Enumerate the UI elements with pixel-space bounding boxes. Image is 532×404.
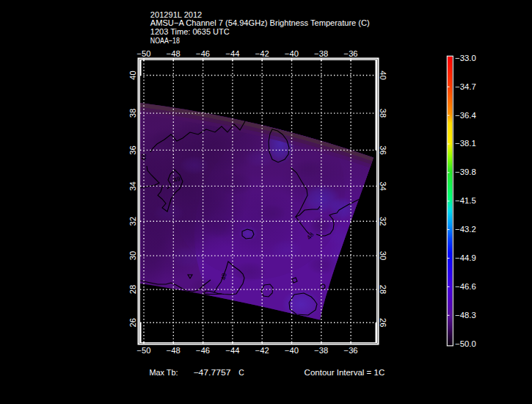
svg-text:26: 26 <box>379 318 387 328</box>
svg-text:36: 36 <box>379 145 387 155</box>
svg-text:−42: −42 <box>255 347 269 355</box>
svg-text:−44.9: −44.9 <box>455 254 476 262</box>
svg-text:28: 28 <box>379 285 387 295</box>
svg-text:−40: −40 <box>285 50 299 58</box>
svg-text:201291L 2012: 201291L 2012 <box>150 10 202 19</box>
svg-text:−47.7757: −47.7757 <box>194 369 231 377</box>
svg-text:−39.8: −39.8 <box>455 168 476 176</box>
svg-text:48: 48 <box>219 273 227 281</box>
svg-text:30: 30 <box>129 250 137 260</box>
svg-text:−38: −38 <box>314 347 328 355</box>
svg-text:32: 32 <box>129 217 137 226</box>
svg-text:−40: −40 <box>285 347 299 355</box>
svg-text:30: 30 <box>379 251 387 261</box>
svg-text:34: 34 <box>379 181 387 191</box>
svg-text:26: 26 <box>129 318 137 328</box>
svg-text:C: C <box>238 369 244 377</box>
svg-text:−41.5: −41.5 <box>455 197 476 205</box>
svg-text:36: 36 <box>129 145 137 155</box>
svg-text:−38.1: −38.1 <box>455 140 476 148</box>
svg-text:−50: −50 <box>137 50 151 58</box>
svg-text:−50.0: −50.0 <box>455 340 476 348</box>
svg-text:−44: −44 <box>225 347 239 355</box>
svg-text:Contour Interval = 1C: Contour Interval = 1C <box>305 369 385 377</box>
svg-text:40: 40 <box>129 71 137 80</box>
svg-text:−33.0: −33.0 <box>455 54 476 62</box>
svg-text:−38: −38 <box>314 50 328 58</box>
svg-text:−43.2: −43.2 <box>455 226 476 234</box>
svg-text:1203 Time: 0635 UTC: 1203 Time: 0635 UTC <box>150 27 230 36</box>
svg-text:40: 40 <box>379 71 387 80</box>
svg-text:−36.4: −36.4 <box>455 112 476 120</box>
svg-text:−50: −50 <box>137 347 151 355</box>
svg-text:−36: −36 <box>344 50 358 58</box>
svg-text:34: 34 <box>129 181 137 191</box>
svg-text:AMSU−A Channel 7 (54.94GHz) Br: AMSU−A Channel 7 (54.94GHz) Brightness T… <box>150 18 370 27</box>
svg-text:−46: −46 <box>196 50 210 58</box>
svg-text:38: 38 <box>129 108 137 118</box>
svg-text:28: 28 <box>129 284 137 294</box>
svg-text:−48: −48 <box>167 347 181 355</box>
svg-text:−46: −46 <box>196 347 210 355</box>
svg-text:−34.7: −34.7 <box>455 83 476 91</box>
svg-text:−44: −44 <box>225 50 239 58</box>
svg-text:−36: −36 <box>344 347 358 355</box>
svg-text:38: 38 <box>379 109 387 118</box>
svg-text:−42: −42 <box>255 50 269 58</box>
svg-text:32: 32 <box>379 217 387 226</box>
svg-text:−48: −48 <box>167 50 181 58</box>
svg-text:Max Tb:: Max Tb: <box>150 369 178 377</box>
svg-text:NOAA−18: NOAA−18 <box>150 36 180 45</box>
svg-text:−48.3: −48.3 <box>455 311 476 320</box>
svg-text:−46.6: −46.6 <box>455 283 476 291</box>
